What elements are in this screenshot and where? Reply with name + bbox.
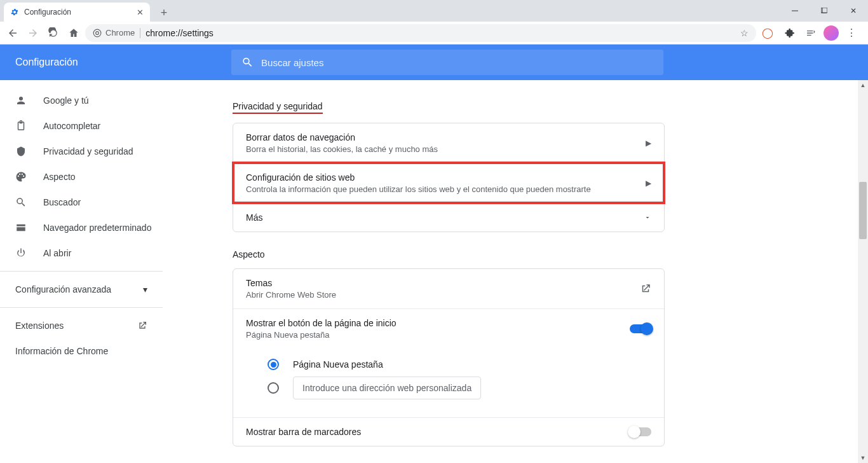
search-icon [241,56,254,69]
radio-option-newtab[interactable]: Página Nueva pestaña [268,359,651,370]
row-more[interactable]: Más [233,203,664,232]
address-bar[interactable]: Chrome chrome://settings ☆ [85,24,756,42]
toggle-bookmarks-bar[interactable] [630,427,651,436]
row-desc: Abrir Chrome Web Store [246,290,336,300]
settings-search[interactable] [231,50,663,75]
sidebar-separator [0,271,163,272]
settings-search-input[interactable] [261,57,653,68]
sidebar-label: Navegador predeterminado [43,223,151,233]
open-in-new-icon [137,321,147,331]
sidebar-advanced-label: Configuración avanzada [15,284,111,294]
row-bookmarks-bar: Mostrar barra de marcadores [233,417,664,446]
radio-icon [268,359,279,370]
sidebar-item-default-browser[interactable]: Navegador predeterminado [0,215,163,240]
sidebar-label: Autocompletar [43,121,100,131]
profile-avatar[interactable] [824,25,839,41]
reading-list-icon[interactable] [802,24,820,42]
sidebar-extensions-label: Extensiones [15,321,64,331]
scroll-thumb[interactable] [859,182,867,239]
home-button-options: Página Nueva pestaña Introduce una direc… [233,349,664,417]
site-label: Chrome [105,28,135,38]
palette-icon [15,171,28,183]
vertical-scrollbar[interactable]: ▲ ▼ [858,80,868,463]
radio-icon [268,382,279,394]
tab-title: Configuración [24,8,71,17]
scroll-up-arrow[interactable]: ▲ [858,80,868,90]
window-controls: ✕ [780,0,868,22]
omnibox-divider [140,28,140,38]
power-icon [15,247,28,259]
close-tab-icon[interactable]: ✕ [137,8,144,17]
settings-title: Configuración [15,57,231,68]
row-clear-data[interactable]: Borrar datos de navegación Borra el hist… [233,123,664,163]
browser-icon [15,222,28,233]
chevron-down-icon [644,214,651,221]
toggle-home-button[interactable] [630,324,651,333]
close-window-button[interactable]: ✕ [839,0,868,22]
settings-main: Privacidad y seguridad Borrar datos de n… [163,80,868,463]
privacy-card: Borrar datos de navegación Borra el hist… [233,123,665,232]
radio-option-custom-url[interactable]: Introduce una dirección web personalizad… [268,377,651,399]
scroll-down-arrow[interactable]: ▼ [858,453,868,463]
maximize-button[interactable] [810,0,839,22]
url-text: chrome://settings [146,28,214,38]
sidebar-label: Google y tú [43,95,89,106]
sidebar-label: Buscador [43,197,81,207]
minimize-button[interactable] [780,0,810,22]
chevron-right-icon: ▶ [646,139,651,148]
site-info[interactable]: Chrome [93,28,135,38]
row-desc: Controla la información que pueden utili… [246,184,591,194]
sidebar-item-privacy[interactable]: Privacidad y seguridad [0,139,163,164]
settings-header: Configuración [0,45,868,80]
sidebar-extensions[interactable]: Extensiones [0,313,163,338]
row-title: Mostrar barra de marcadores [246,427,361,437]
row-title: Configuración de sitios web [246,172,591,183]
star-icon[interactable]: ☆ [740,28,749,38]
sidebar-about[interactable]: Información de Chrome [0,338,163,364]
sidebar-label: Privacidad y seguridad [43,146,133,156]
home-button[interactable] [65,24,83,42]
custom-url-input[interactable]: Introduce una dirección web personalizad… [293,377,481,399]
row-desc: Borra el historial, las cookies, la cach… [246,144,438,154]
back-button[interactable] [4,24,22,42]
section-title-appearance: Aspecto [233,249,265,259]
window-titlebar: Configuración ✕ + ✕ [0,0,868,22]
row-desc: Página Nueva pestaña [246,330,397,340]
radio-label: Página Nueva pestaña [293,359,383,370]
sidebar-item-google[interactable]: Google y tú [0,88,163,113]
clipboard-icon [15,120,28,132]
svg-point-4 [96,31,99,34]
extension-duck-icon[interactable]: ◯ [759,24,776,42]
chevron-down-icon: ▾ [143,284,147,294]
settings-sidebar: Google y tú Autocompletar Privacidad y s… [0,80,163,463]
input-placeholder: Introduce una dirección web personalizad… [302,383,471,393]
sidebar-item-onstartup[interactable]: Al abrir [0,240,163,266]
section-title-privacy: Privacidad y seguridad [233,101,323,114]
person-icon [15,95,28,106]
menu-button[interactable]: ⋮ [843,24,860,42]
appearance-card: Temas Abrir Chrome Web Store Mostrar el … [233,268,665,446]
browser-tab[interactable]: Configuración ✕ [4,3,150,22]
chrome-icon [93,29,102,38]
row-title: Más [246,212,262,223]
new-tab-button[interactable]: + [155,4,173,22]
row-themes[interactable]: Temas Abrir Chrome Web Store [233,269,664,308]
sidebar-label: Aspecto [43,172,76,182]
row-site-settings[interactable]: Configuración de sitios web Controla la … [233,163,664,203]
sidebar-item-search[interactable]: Buscador [0,190,163,215]
gear-icon [10,8,19,17]
row-title: Borrar datos de navegación [246,132,438,142]
sidebar-label: Al abrir [43,248,71,258]
reload-button[interactable] [44,24,62,42]
search-icon [15,197,28,208]
browser-toolbar: Chrome chrome://settings ☆ ◯ ⋮ [0,22,868,45]
forward-button[interactable] [24,24,42,42]
sidebar-about-label: Información de Chrome [15,346,108,356]
row-title: Mostrar el botón de la página de inicio [246,318,397,328]
svg-point-3 [93,29,101,37]
row-title: Temas [246,278,336,288]
sidebar-item-appearance[interactable]: Aspecto [0,164,163,190]
sidebar-advanced[interactable]: Configuración avanzada▾ [0,277,163,302]
sidebar-item-autofill[interactable]: Autocompletar [0,113,163,139]
extensions-icon[interactable] [780,24,798,42]
